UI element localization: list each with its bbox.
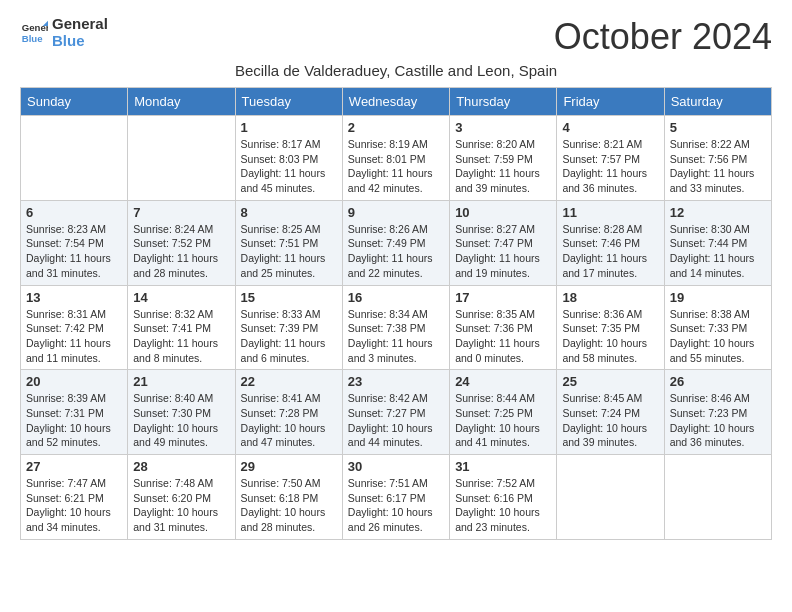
day-info: Sunrise: 8:39 AM Sunset: 7:31 PM Dayligh…: [26, 391, 122, 450]
calendar-cell: 10Sunrise: 8:27 AM Sunset: 7:47 PM Dayli…: [450, 200, 557, 285]
day-number: 24: [455, 374, 551, 389]
calendar-cell: 5Sunrise: 8:22 AM Sunset: 7:56 PM Daylig…: [664, 116, 771, 201]
day-info: Sunrise: 8:17 AM Sunset: 8:03 PM Dayligh…: [241, 137, 337, 196]
calendar-cell: 28Sunrise: 7:48 AM Sunset: 6:20 PM Dayli…: [128, 455, 235, 540]
calendar-cell: 17Sunrise: 8:35 AM Sunset: 7:36 PM Dayli…: [450, 285, 557, 370]
day-number: 29: [241, 459, 337, 474]
day-info: Sunrise: 8:19 AM Sunset: 8:01 PM Dayligh…: [348, 137, 444, 196]
logo: General Blue General Blue: [20, 16, 108, 49]
calendar-cell: 19Sunrise: 8:38 AM Sunset: 7:33 PM Dayli…: [664, 285, 771, 370]
day-number: 12: [670, 205, 766, 220]
calendar-cell: 14Sunrise: 8:32 AM Sunset: 7:41 PM Dayli…: [128, 285, 235, 370]
calendar-cell: 15Sunrise: 8:33 AM Sunset: 7:39 PM Dayli…: [235, 285, 342, 370]
logo-icon: General Blue: [20, 19, 48, 47]
day-number: 21: [133, 374, 229, 389]
calendar-cell: 27Sunrise: 7:47 AM Sunset: 6:21 PM Dayli…: [21, 455, 128, 540]
calendar-week-4: 20Sunrise: 8:39 AM Sunset: 7:31 PM Dayli…: [21, 370, 772, 455]
page-header: General Blue General Blue October 2024: [20, 16, 772, 58]
day-number: 30: [348, 459, 444, 474]
weekday-header-saturday: Saturday: [664, 88, 771, 116]
day-number: 26: [670, 374, 766, 389]
day-number: 25: [562, 374, 658, 389]
day-number: 31: [455, 459, 551, 474]
day-number: 11: [562, 205, 658, 220]
logo-text-general: General: [52, 16, 108, 33]
calendar-week-3: 13Sunrise: 8:31 AM Sunset: 7:42 PM Dayli…: [21, 285, 772, 370]
day-info: Sunrise: 8:45 AM Sunset: 7:24 PM Dayligh…: [562, 391, 658, 450]
calendar-cell: 22Sunrise: 8:41 AM Sunset: 7:28 PM Dayli…: [235, 370, 342, 455]
calendar-table: SundayMondayTuesdayWednesdayThursdayFrid…: [20, 87, 772, 540]
calendar-cell: 25Sunrise: 8:45 AM Sunset: 7:24 PM Dayli…: [557, 370, 664, 455]
calendar-cell: [664, 455, 771, 540]
day-number: 4: [562, 120, 658, 135]
day-number: 18: [562, 290, 658, 305]
day-number: 10: [455, 205, 551, 220]
calendar-cell: 12Sunrise: 8:30 AM Sunset: 7:44 PM Dayli…: [664, 200, 771, 285]
day-number: 5: [670, 120, 766, 135]
day-info: Sunrise: 7:50 AM Sunset: 6:18 PM Dayligh…: [241, 476, 337, 535]
calendar-cell: 30Sunrise: 7:51 AM Sunset: 6:17 PM Dayli…: [342, 455, 449, 540]
calendar-cell: 4Sunrise: 8:21 AM Sunset: 7:57 PM Daylig…: [557, 116, 664, 201]
day-number: 2: [348, 120, 444, 135]
day-info: Sunrise: 8:32 AM Sunset: 7:41 PM Dayligh…: [133, 307, 229, 366]
calendar-cell: 26Sunrise: 8:46 AM Sunset: 7:23 PM Dayli…: [664, 370, 771, 455]
day-number: 6: [26, 205, 122, 220]
weekday-header-sunday: Sunday: [21, 88, 128, 116]
day-info: Sunrise: 7:48 AM Sunset: 6:20 PM Dayligh…: [133, 476, 229, 535]
calendar-week-5: 27Sunrise: 7:47 AM Sunset: 6:21 PM Dayli…: [21, 455, 772, 540]
day-number: 19: [670, 290, 766, 305]
day-info: Sunrise: 8:25 AM Sunset: 7:51 PM Dayligh…: [241, 222, 337, 281]
day-info: Sunrise: 8:36 AM Sunset: 7:35 PM Dayligh…: [562, 307, 658, 366]
day-info: Sunrise: 8:23 AM Sunset: 7:54 PM Dayligh…: [26, 222, 122, 281]
calendar-cell: 20Sunrise: 8:39 AM Sunset: 7:31 PM Dayli…: [21, 370, 128, 455]
calendar-cell: 31Sunrise: 7:52 AM Sunset: 6:16 PM Dayli…: [450, 455, 557, 540]
month-title: October 2024: [554, 16, 772, 58]
day-number: 14: [133, 290, 229, 305]
calendar-cell: [21, 116, 128, 201]
calendar-week-2: 6Sunrise: 8:23 AM Sunset: 7:54 PM Daylig…: [21, 200, 772, 285]
day-info: Sunrise: 8:34 AM Sunset: 7:38 PM Dayligh…: [348, 307, 444, 366]
calendar-cell: 8Sunrise: 8:25 AM Sunset: 7:51 PM Daylig…: [235, 200, 342, 285]
day-info: Sunrise: 8:24 AM Sunset: 7:52 PM Dayligh…: [133, 222, 229, 281]
logo-text-blue: Blue: [52, 33, 108, 50]
day-number: 27: [26, 459, 122, 474]
day-number: 1: [241, 120, 337, 135]
weekday-header-monday: Monday: [128, 88, 235, 116]
weekday-header-thursday: Thursday: [450, 88, 557, 116]
title-block: October 2024: [554, 16, 772, 58]
calendar-cell: 1Sunrise: 8:17 AM Sunset: 8:03 PM Daylig…: [235, 116, 342, 201]
day-number: 22: [241, 374, 337, 389]
day-info: Sunrise: 8:38 AM Sunset: 7:33 PM Dayligh…: [670, 307, 766, 366]
calendar-week-1: 1Sunrise: 8:17 AM Sunset: 8:03 PM Daylig…: [21, 116, 772, 201]
weekday-header-tuesday: Tuesday: [235, 88, 342, 116]
day-number: 13: [26, 290, 122, 305]
day-info: Sunrise: 8:27 AM Sunset: 7:47 PM Dayligh…: [455, 222, 551, 281]
calendar-cell: 23Sunrise: 8:42 AM Sunset: 7:27 PM Dayli…: [342, 370, 449, 455]
calendar-cell: [557, 455, 664, 540]
day-info: Sunrise: 8:40 AM Sunset: 7:30 PM Dayligh…: [133, 391, 229, 450]
day-info: Sunrise: 8:28 AM Sunset: 7:46 PM Dayligh…: [562, 222, 658, 281]
day-info: Sunrise: 8:31 AM Sunset: 7:42 PM Dayligh…: [26, 307, 122, 366]
day-number: 20: [26, 374, 122, 389]
svg-text:General: General: [22, 22, 48, 33]
calendar-cell: 18Sunrise: 8:36 AM Sunset: 7:35 PM Dayli…: [557, 285, 664, 370]
calendar-cell: 21Sunrise: 8:40 AM Sunset: 7:30 PM Dayli…: [128, 370, 235, 455]
day-info: Sunrise: 7:51 AM Sunset: 6:17 PM Dayligh…: [348, 476, 444, 535]
day-info: Sunrise: 8:41 AM Sunset: 7:28 PM Dayligh…: [241, 391, 337, 450]
calendar-cell: 11Sunrise: 8:28 AM Sunset: 7:46 PM Dayli…: [557, 200, 664, 285]
day-info: Sunrise: 7:47 AM Sunset: 6:21 PM Dayligh…: [26, 476, 122, 535]
weekday-header-row: SundayMondayTuesdayWednesdayThursdayFrid…: [21, 88, 772, 116]
calendar-cell: 3Sunrise: 8:20 AM Sunset: 7:59 PM Daylig…: [450, 116, 557, 201]
calendar-cell: 16Sunrise: 8:34 AM Sunset: 7:38 PM Dayli…: [342, 285, 449, 370]
day-number: 23: [348, 374, 444, 389]
calendar-cell: 2Sunrise: 8:19 AM Sunset: 8:01 PM Daylig…: [342, 116, 449, 201]
day-info: Sunrise: 8:46 AM Sunset: 7:23 PM Dayligh…: [670, 391, 766, 450]
day-number: 3: [455, 120, 551, 135]
day-info: Sunrise: 8:21 AM Sunset: 7:57 PM Dayligh…: [562, 137, 658, 196]
day-info: Sunrise: 7:52 AM Sunset: 6:16 PM Dayligh…: [455, 476, 551, 535]
day-info: Sunrise: 8:22 AM Sunset: 7:56 PM Dayligh…: [670, 137, 766, 196]
day-number: 17: [455, 290, 551, 305]
calendar-cell: 7Sunrise: 8:24 AM Sunset: 7:52 PM Daylig…: [128, 200, 235, 285]
day-info: Sunrise: 8:42 AM Sunset: 7:27 PM Dayligh…: [348, 391, 444, 450]
day-number: 15: [241, 290, 337, 305]
